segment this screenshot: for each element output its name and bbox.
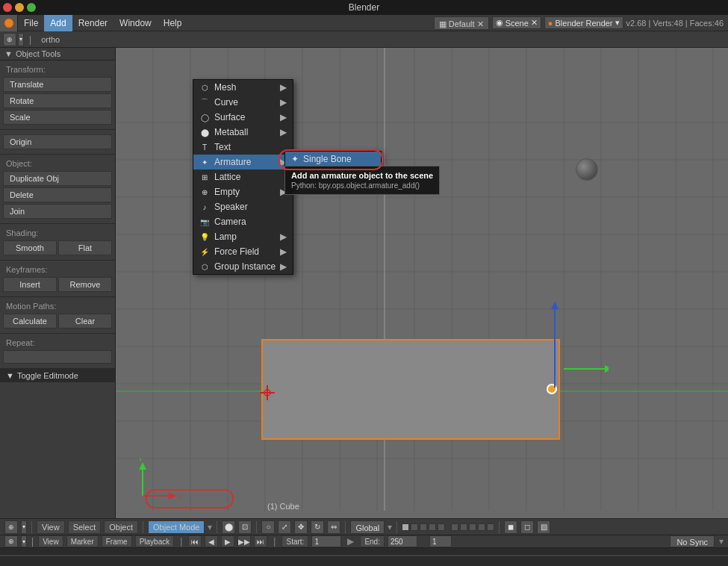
menu-entry-group[interactable]: ⬡ Group Instance ▶ bbox=[193, 259, 293, 274]
tl-playback-btn[interactable]: Playback bbox=[135, 535, 175, 547]
tl-expand[interactable]: ▾ bbox=[21, 535, 27, 547]
left-panel: ▼ Object Tools Transform: Translate Rota… bbox=[0, 48, 116, 550]
shading-wire-icon[interactable]: ◻ bbox=[520, 520, 534, 534]
scale-icon[interactable]: ⇔ bbox=[327, 520, 340, 534]
repeat-input[interactable] bbox=[3, 350, 112, 364]
vp-expand[interactable]: ▾ bbox=[21, 520, 27, 534]
menu-entry-surface[interactable]: ◯ Surface ▶ bbox=[193, 110, 293, 125]
layer-dot-7[interactable] bbox=[460, 523, 467, 531]
shading-solid-icon[interactable]: ◼ bbox=[504, 520, 517, 534]
menu-add[interactable]: Add bbox=[44, 15, 72, 31]
duplicate-obj-btn[interactable]: Duplicate Obj bbox=[3, 171, 112, 186]
expand-icon[interactable]: ▾ bbox=[18, 33, 24, 46]
menu-file[interactable]: File bbox=[18, 15, 44, 31]
speaker-icon: ♪ bbox=[199, 202, 210, 212]
close-btn[interactable] bbox=[3, 3, 12, 12]
toolbar-row: ⊕ ▾ | ortho bbox=[0, 31, 728, 48]
tl-skip-end-btn[interactable]: ⏭ bbox=[254, 535, 267, 547]
layout-btn[interactable]: ▦ Default ✕ bbox=[434, 16, 489, 30]
menu-entry-camera[interactable]: 📷 Camera bbox=[193, 214, 293, 229]
layer-dot-8[interactable] bbox=[469, 523, 476, 531]
toggle-editmode-header[interactable]: ▼ Toggle Editmode bbox=[0, 369, 115, 382]
tl-sync-btn[interactable]: No Sync bbox=[670, 535, 715, 547]
armature-label: Armature bbox=[214, 157, 251, 167]
sep1 bbox=[31, 521, 32, 533]
tl-play-btn[interactable]: ▶ bbox=[221, 535, 234, 547]
remove-btn[interactable]: Remove bbox=[58, 277, 112, 292]
tl-icon[interactable]: ⊕ bbox=[4, 535, 18, 547]
shading-row: Smooth Flat bbox=[0, 239, 115, 257]
menu-entry-curve[interactable]: ⌒ Curve ▶ bbox=[193, 95, 293, 110]
flat-btn[interactable]: Flat bbox=[58, 240, 112, 255]
speaker-label: Speaker bbox=[214, 202, 248, 212]
layer-dot-2[interactable] bbox=[411, 523, 418, 531]
shading-texture-icon[interactable]: ▨ bbox=[537, 520, 550, 534]
timeline-ruler bbox=[0, 548, 728, 566]
svg-marker-40 bbox=[139, 462, 146, 470]
mode-arrow: ▾ bbox=[208, 522, 212, 532]
curve-icon: ⌒ bbox=[199, 97, 210, 108]
cursor-crosshair bbox=[260, 385, 275, 402]
layer-dot-active[interactable] bbox=[402, 523, 409, 531]
rotate-btn[interactable]: Rotate bbox=[3, 93, 112, 108]
object-mode-btn[interactable]: Object Mode bbox=[148, 520, 205, 534]
menu-entry-forcefield[interactable]: ⚡ Force Field ▶ bbox=[193, 244, 293, 259]
layer-dot-10[interactable] bbox=[487, 523, 494, 531]
proportional-icon[interactable]: ○ bbox=[261, 520, 275, 534]
tl-prev-frame-btn[interactable]: ◀ bbox=[205, 535, 218, 547]
view-icon[interactable]: ⊕ bbox=[3, 33, 16, 46]
tl-current-input[interactable] bbox=[429, 535, 452, 547]
pivot-icon[interactable]: ⬤ bbox=[222, 520, 235, 534]
timeline-bottom[interactable] bbox=[0, 548, 728, 566]
object-btn[interactable]: Object bbox=[104, 520, 138, 534]
menu-window[interactable]: Window bbox=[113, 15, 158, 31]
scale-btn[interactable]: Scale bbox=[3, 110, 112, 125]
delete-btn[interactable]: Delete bbox=[3, 187, 112, 202]
single-bone-entry[interactable]: ✦ Single Bone bbox=[285, 152, 381, 167]
menu-entry-metaball[interactable]: ⬤ Metaball ▶ bbox=[193, 125, 293, 140]
tl-marker-btn[interactable]: Marker bbox=[66, 535, 99, 547]
menu-entry-armature[interactable]: ✦ Armature ▶ bbox=[193, 155, 293, 170]
menu-entry-text[interactable]: T Text bbox=[193, 140, 293, 155]
layer-dot-9[interactable] bbox=[478, 523, 485, 531]
tl-skip-start-btn[interactable]: ⏮ bbox=[188, 535, 202, 547]
mesh-icon: ⬡ bbox=[199, 82, 210, 93]
select-btn[interactable]: Select bbox=[68, 520, 102, 534]
move-icon[interactable]: ✥ bbox=[294, 520, 308, 534]
calculate-btn[interactable]: Calculate bbox=[3, 314, 57, 329]
menu-help[interactable]: Help bbox=[158, 15, 188, 31]
sep3 bbox=[217, 521, 217, 533]
transform-icon[interactable]: ⤢ bbox=[278, 520, 291, 534]
menu-entry-empty[interactable]: ⊕ Empty ▶ bbox=[193, 184, 293, 199]
menu-entry-mesh[interactable]: ⬡ Mesh ▶ bbox=[193, 80, 293, 95]
smooth-btn[interactable]: Smooth bbox=[3, 240, 57, 255]
rotate-icon[interactable]: ↻ bbox=[311, 520, 324, 534]
menu-entry-speaker[interactable]: ♪ Speaker bbox=[193, 199, 293, 214]
clear-btn[interactable]: Clear bbox=[58, 314, 112, 329]
menu-entry-lattice[interactable]: ⊞ Lattice bbox=[193, 170, 293, 184]
menu-entry-lamp[interactable]: 💡 Lamp ▶ bbox=[193, 229, 293, 244]
layer-dot-5[interactable] bbox=[438, 523, 445, 531]
window-title: Blender bbox=[349, 2, 379, 13]
layer-dot-4[interactable] bbox=[429, 523, 436, 531]
snap-icon[interactable]: ⊡ bbox=[238, 520, 252, 534]
insert-btn[interactable]: Insert bbox=[3, 277, 57, 292]
layer-dot-6[interactable] bbox=[451, 523, 458, 531]
tl-start-input[interactable] bbox=[311, 535, 341, 547]
vp-icon[interactable]: ⊕ bbox=[4, 520, 18, 534]
tl-next-frame-btn[interactable]: ▶▶ bbox=[237, 535, 251, 547]
viewport[interactable]: X Y (1) Cube ⬡ Mesh ▶ ⌒ Curve ▶ ◯ Surfac… bbox=[116, 48, 728, 550]
translate-btn[interactable]: Translate bbox=[3, 77, 112, 92]
tl-view-btn[interactable]: View bbox=[38, 535, 63, 547]
y-axis-arrow bbox=[564, 361, 609, 376]
global-selector[interactable]: Global bbox=[350, 520, 385, 534]
menu-render[interactable]: Render bbox=[72, 15, 113, 31]
maximize-btn[interactable] bbox=[27, 3, 36, 12]
join-btn[interactable]: Join bbox=[3, 204, 112, 219]
view-btn[interactable]: View bbox=[37, 520, 65, 534]
layer-dot-3[interactable] bbox=[420, 523, 427, 531]
tl-frame-btn[interactable]: Frame bbox=[102, 535, 132, 547]
tl-end-input[interactable] bbox=[388, 535, 417, 547]
origin-btn[interactable]: Origin bbox=[3, 134, 112, 149]
minimize-btn[interactable] bbox=[15, 3, 24, 12]
